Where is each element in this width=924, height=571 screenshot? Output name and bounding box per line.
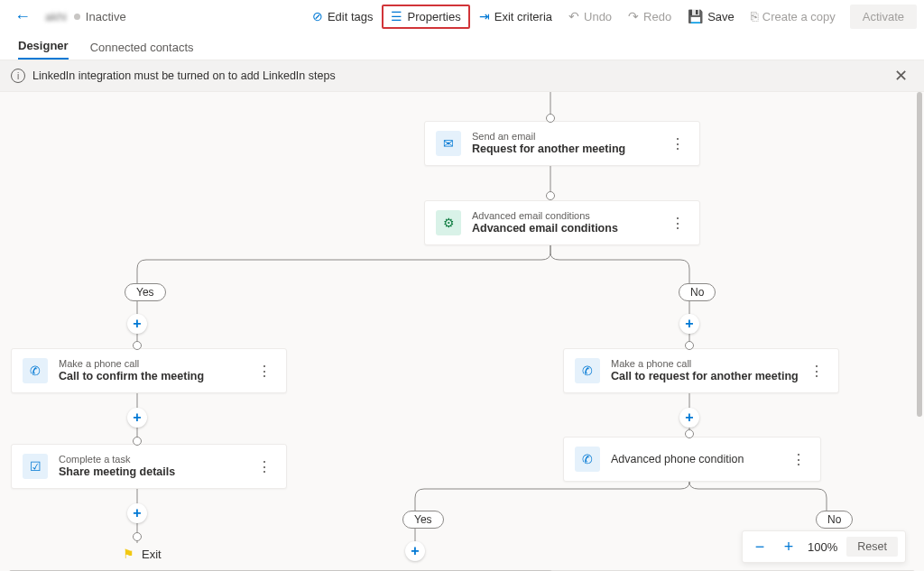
exit-icon: ⇥ bbox=[479, 10, 490, 23]
connector-dot bbox=[546, 191, 555, 200]
back-arrow-icon[interactable]: ← bbox=[7, 7, 38, 26]
edit-tags-label: Edit tags bbox=[328, 10, 374, 23]
connector-dot bbox=[685, 341, 694, 350]
zoom-level: 100% bbox=[808, 540, 837, 554]
properties-icon: ☰ bbox=[391, 10, 402, 23]
redo-button[interactable]: ↷ Redo bbox=[621, 6, 679, 27]
info-bar-close-icon[interactable]: ✕ bbox=[889, 66, 913, 86]
step-type-label: Advanced email conditions bbox=[472, 210, 667, 222]
phone-icon: ✆ bbox=[575, 447, 600, 472]
properties-label: Properties bbox=[407, 10, 460, 23]
edit-tags-button[interactable]: ⊘ Edit tags bbox=[305, 6, 381, 27]
add-step-button[interactable]: + bbox=[127, 503, 147, 523]
undo-button[interactable]: ↶ Undo bbox=[561, 6, 619, 27]
add-step-button[interactable]: + bbox=[679, 408, 699, 428]
activate-button[interactable]: Activate bbox=[850, 5, 917, 29]
more-icon[interactable]: ⋮ bbox=[667, 215, 688, 232]
zoom-in-button[interactable]: + bbox=[779, 538, 799, 557]
add-step-button[interactable]: + bbox=[127, 408, 147, 428]
more-icon[interactable]: ⋮ bbox=[667, 135, 688, 152]
step-title: Call to confirm the meeting bbox=[59, 370, 254, 383]
phone-icon: ✆ bbox=[575, 358, 600, 383]
info-bar: i LinkedIn integration must be turned on… bbox=[0, 60, 924, 92]
more-icon[interactable]: ⋮ bbox=[254, 363, 275, 380]
top-bar: ← akhi Inactive ⊘ Edit tags ☰ Properties… bbox=[0, 0, 924, 32]
step-type-label: Make a phone call bbox=[59, 358, 254, 370]
save-button[interactable]: 💾 Save bbox=[680, 6, 742, 27]
status-text: Inactive bbox=[86, 10, 126, 23]
step-card-call-request[interactable]: ✆ Make a phone call Call to request for … bbox=[563, 348, 839, 393]
zoom-reset-button[interactable]: Reset bbox=[846, 537, 898, 557]
connector-dot bbox=[133, 532, 142, 541]
more-icon[interactable]: ⋮ bbox=[788, 451, 809, 468]
vertical-scrollbar[interactable] bbox=[917, 92, 922, 507]
create-copy-button[interactable]: ⎘ Create a copy bbox=[744, 6, 843, 27]
branch-label-no: No bbox=[679, 283, 716, 301]
save-icon: 💾 bbox=[688, 10, 703, 23]
step-title: Advanced phone condition bbox=[611, 453, 788, 465]
branch-label-yes: Yes bbox=[125, 283, 166, 301]
add-step-button[interactable]: + bbox=[679, 314, 699, 334]
zoom-out-button[interactable]: − bbox=[750, 538, 770, 557]
add-step-button[interactable]: + bbox=[405, 541, 425, 561]
connector-dot bbox=[546, 114, 555, 123]
info-icon: i bbox=[11, 69, 25, 83]
exit-criteria-label: Exit criteria bbox=[494, 10, 552, 23]
zoom-panel: − + 100% Reset bbox=[742, 530, 906, 563]
email-icon: ✉ bbox=[436, 131, 461, 156]
step-title: Advanced email conditions bbox=[472, 222, 667, 235]
step-card-send-email[interactable]: ✉ Send an email Request for another meet… bbox=[424, 121, 700, 166]
step-card-task[interactable]: ☑ Complete a task Share meeting details … bbox=[11, 444, 287, 489]
step-title: Call to request for another meeting bbox=[611, 370, 806, 383]
branch-label-no: No bbox=[816, 511, 853, 529]
more-icon[interactable]: ⋮ bbox=[254, 458, 275, 475]
connector-dot bbox=[133, 341, 142, 350]
more-icon[interactable]: ⋮ bbox=[806, 363, 827, 380]
status-dot-icon bbox=[74, 14, 80, 20]
task-icon: ☑ bbox=[23, 454, 48, 479]
connector-dot bbox=[133, 437, 142, 446]
step-card-phone-condition[interactable]: ✆ Advanced phone condition ⋮ bbox=[563, 437, 821, 482]
properties-button[interactable]: ☰ Properties bbox=[382, 5, 469, 29]
add-step-button[interactable]: + bbox=[127, 314, 147, 334]
tag-icon: ⊘ bbox=[312, 10, 323, 23]
save-label: Save bbox=[707, 10, 735, 23]
undo-icon: ↶ bbox=[568, 10, 579, 23]
undo-label: Undo bbox=[584, 10, 612, 23]
designer-canvas[interactable]: ✉ Send an email Request for another meet… bbox=[0, 92, 924, 571]
exit-criteria-button[interactable]: ⇥ Exit criteria bbox=[472, 6, 559, 27]
step-card-email-conditions[interactable]: ⚙ Advanced email conditions Advanced ema… bbox=[424, 200, 700, 245]
info-bar-text: LinkedIn integration must be turned on t… bbox=[32, 69, 336, 82]
tab-designer[interactable]: Designer bbox=[18, 39, 69, 60]
step-type-label: Complete a task bbox=[59, 454, 254, 465]
step-type-label: Send an email bbox=[472, 131, 667, 143]
sequence-name: akhi bbox=[38, 10, 74, 23]
copy-icon: ⎘ bbox=[751, 10, 758, 23]
toolbar: ⊘ Edit tags ☰ Properties ⇥ Exit criteria… bbox=[305, 5, 917, 29]
conditions-icon: ⚙ bbox=[436, 210, 461, 235]
step-title: Share meeting details bbox=[59, 465, 254, 479]
branch-label-yes: Yes bbox=[402, 511, 444, 529]
tab-connected-contacts[interactable]: Connected contacts bbox=[90, 41, 194, 60]
tabs: Designer Connected contacts bbox=[0, 32, 924, 60]
exit-label: Exit bbox=[142, 548, 162, 561]
phone-icon: ✆ bbox=[23, 358, 48, 383]
connector-dot bbox=[685, 429, 694, 438]
redo-icon: ↷ bbox=[628, 10, 639, 23]
step-title: Request for another meeting bbox=[472, 143, 667, 156]
exit-step[interactable]: ⚑ Exit bbox=[123, 547, 162, 561]
create-copy-label: Create a copy bbox=[762, 10, 836, 23]
redo-label: Redo bbox=[643, 10, 671, 23]
step-card-call-confirm[interactable]: ✆ Make a phone call Call to confirm the … bbox=[11, 348, 287, 393]
step-type-label: Make a phone call bbox=[611, 358, 806, 370]
flag-icon: ⚑ bbox=[123, 547, 134, 561]
